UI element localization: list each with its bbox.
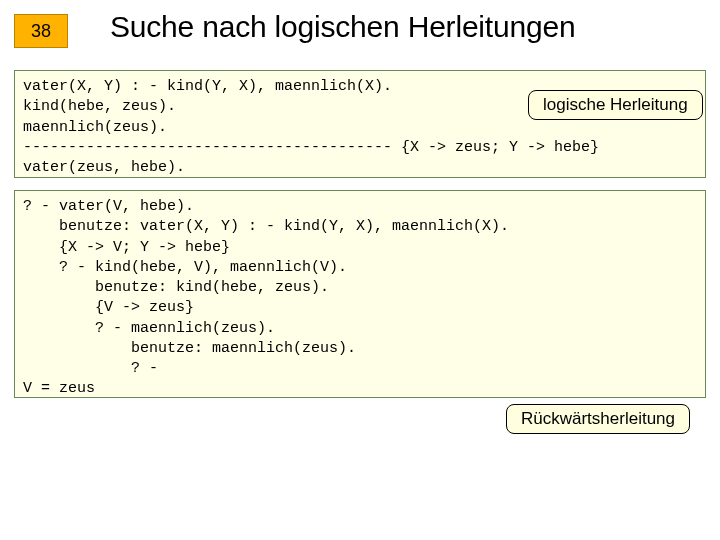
code-box-forward-derivation: vater(X, Y) : - kind(Y, X), maennlich(X)… (14, 70, 706, 178)
slide-title: Suche nach logischen Herleitungen (110, 10, 575, 44)
slide: 38 Suche nach logischen Herleitungen vat… (0, 0, 720, 540)
label-logische-herleitung: logische Herleitung (528, 90, 703, 120)
slide-header: 38 Suche nach logischen Herleitungen (0, 0, 720, 60)
code-box-backward-derivation: ? - vater(V, hebe). benutze: vater(X, Y)… (14, 190, 706, 398)
slide-number: 38 (14, 14, 68, 48)
label-rueckwaertsherleitung: Rückwärtsherleitung (506, 404, 690, 434)
